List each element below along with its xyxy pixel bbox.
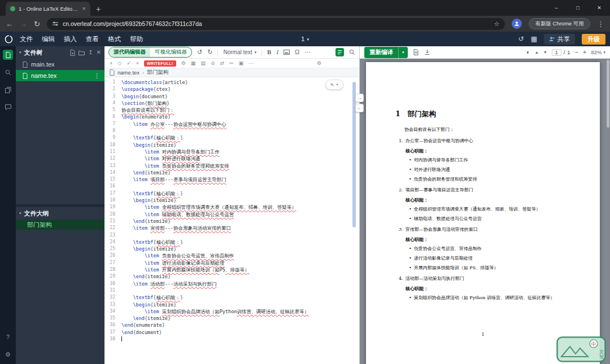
code-line[interactable]: 26 \item 负责协会公众号运营、宣传品制作	[104, 252, 359, 259]
file-item-main-tex[interactable]: main.tex	[16, 59, 104, 70]
rail-help-icon[interactable]: ?	[3, 332, 13, 342]
code-line[interactable]: 11 \item 对内协调与督导各部门工作	[104, 148, 359, 155]
window-minimize-button[interactable]: –	[546, 0, 567, 16]
code-line[interactable]: 2\usepackage{ctex}	[104, 86, 359, 93]
code-editor[interactable]: 1\documentclass{article}2\usepackage{cte…	[104, 77, 359, 364]
address-bar[interactable]: cn.overleaf.com/project/6932b57674632c7f…	[47, 18, 506, 30]
code-line[interactable]: 25 \begin{itemize}	[104, 245, 359, 252]
tab-close-icon[interactable]: ✕	[82, 6, 86, 11]
writefull-tool-icon[interactable]: ✓	[127, 61, 131, 66]
overleaf-logo-icon[interactable]	[5, 35, 13, 43]
collapse-panel-icon[interactable]: ✕	[97, 50, 101, 55]
recompile-button[interactable]: 重新编译 ▾	[364, 47, 408, 58]
code-line[interactable]: 38	[104, 336, 359, 343]
undo-icon[interactable]: ↺	[197, 49, 202, 55]
chrome-update-chip[interactable]: 有新版 Chrome 可用	[529, 18, 590, 29]
code-line[interactable]: 28 \item 开展内部媒体技能培训（如PS、排版等）	[104, 266, 359, 273]
italic-icon[interactable]: I	[276, 49, 278, 55]
writefull-tool-icon[interactable]: ⋯	[249, 61, 254, 66]
view-logs-icon[interactable]	[413, 49, 419, 55]
code-line[interactable]: 18 \begin{itemize}	[104, 197, 359, 204]
code-line[interactable]: 34 \item 策划组织协会品牌活动（如Python训练营、调研活动、征稿比赛…	[104, 308, 359, 315]
writefull-tool-icon[interactable]: ⊘	[211, 61, 215, 66]
upgrade-button[interactable]: 升级	[582, 34, 605, 45]
menu-edit[interactable]: 编辑	[42, 35, 55, 43]
new-file-icon[interactable]	[70, 50, 75, 56]
chevron-down-icon[interactable]: ▾	[19, 211, 21, 216]
project-title-dropdown[interactable]: 1 ▾	[301, 36, 309, 42]
recompile-options-icon[interactable]: ▾	[398, 47, 408, 58]
page-indicator[interactable]: 1 / 1	[552, 49, 570, 56]
browser-tab[interactable]: 1 - Online LaTeX Editor Overl ✕	[6, 2, 90, 16]
page-up-icon[interactable]: ▲	[535, 50, 539, 54]
writefull-badge[interactable]: WRITEFULL!	[144, 60, 176, 67]
pdf-viewport[interactable]: 1部门架构 协会目前设有以下部门： 1.办公室—协会运营中枢与协调中心核心职能：…	[360, 59, 610, 364]
writefull-tool-icon[interactable]: ⚙	[181, 61, 186, 66]
paragraph-style-dropdown[interactable]: Normal text ▾	[223, 49, 256, 55]
code-line[interactable]: 21 \end{itemize}	[104, 218, 359, 225]
code-line[interactable]: 36\end{enumerate}	[104, 322, 359, 328]
visual-editor-toggle[interactable]: 可视化编辑器	[150, 47, 191, 57]
writefull-tool-icon[interactable]: ▣	[239, 61, 244, 66]
code-line[interactable]: 3\begin{document}	[104, 93, 359, 100]
new-tab-button[interactable]: +	[96, 5, 101, 14]
file-menu-icon[interactable]: ⋮	[94, 72, 100, 80]
writefull-widget-icon[interactable]	[336, 48, 344, 56]
zoom-in-icon[interactable]: +	[583, 49, 586, 55]
code-line[interactable]: 37\end{document}	[104, 329, 359, 336]
search-icon[interactable]	[349, 49, 355, 55]
code-line[interactable]: 9 \textbf{核心职能：}	[104, 134, 359, 141]
zoom-level-dropdown[interactable]: 82% ▾	[591, 49, 605, 55]
code-line[interactable]: 17 \textbf{核心职能：}	[104, 190, 359, 197]
code-line[interactable]: 13 \item 负责协会的财务管理和统筹安排	[104, 163, 359, 169]
code-line[interactable]: 16	[104, 183, 359, 190]
code-line[interactable]: 10 \begin{itemize}	[104, 142, 359, 148]
code-line[interactable]: 15 \item 项目部---赛事与项目运营主导部门	[104, 176, 359, 183]
code-line[interactable]: 4\section{部门架构}	[104, 100, 359, 107]
redo-icon[interactable]: ↻	[207, 49, 212, 55]
window-close-button[interactable]: ✕	[589, 0, 610, 16]
code-line[interactable]: 14 \end{itemize}	[104, 169, 359, 176]
site-info-icon[interactable]	[53, 21, 58, 27]
writefull-tool-icon[interactable]: ✂	[229, 61, 234, 66]
code-line[interactable]: 20 \item 辅助电话、数据处理与公众号运营	[104, 211, 359, 218]
code-line[interactable]: 6\begin{enumerate}	[104, 113, 359, 120]
code-line[interactable]: 12 \item 对外进行联络沟通	[104, 155, 359, 162]
expand-right-icon[interactable]: →	[355, 94, 364, 102]
code-line[interactable]: 30 \item 活动部---活动策划与执行部门	[104, 280, 359, 287]
rail-editor-icon[interactable]	[3, 50, 13, 60]
code-line[interactable]: 24 \textbf{核心职能：}	[104, 239, 359, 245]
rail-review-icon[interactable]	[3, 85, 13, 95]
code-line[interactable]: 35 \end{itemize}	[104, 315, 359, 322]
code-line[interactable]: 19 \item 全程组织管理市场调查大赛（通知发布、招募、培训、答疑等）	[104, 204, 359, 210]
symbol-palette-icon[interactable]: Ω	[295, 49, 299, 55]
code-line[interactable]: 27 \item 进行活动影像记录与后期处理	[104, 260, 359, 266]
menu-insert[interactable]: 插入	[64, 35, 77, 43]
rail-chat-icon[interactable]	[3, 102, 13, 112]
source-editor-toggle[interactable]: 源代码编辑器	[109, 47, 150, 57]
menu-format[interactable]: 格式	[108, 35, 121, 43]
menu-view[interactable]: 查看	[86, 35, 99, 43]
breadcrumb-file[interactable]: name.tex	[117, 69, 140, 76]
code-line[interactable]: 32 \textbf{核心职能：}	[104, 294, 359, 301]
writefull-tool-icon[interactable]: ▤	[201, 61, 206, 66]
writefull-tool-icon[interactable]: ×	[136, 61, 139, 66]
outline-item[interactable]: 部门架构	[16, 220, 104, 230]
page-down-icon[interactable]: ▼	[543, 50, 547, 54]
code-line[interactable]: 23	[104, 232, 359, 239]
menu-file[interactable]: 文件	[20, 35, 33, 43]
code-line[interactable]: 1\documentclass{article}	[104, 79, 359, 86]
writefull-tool-icon[interactable]: ▦	[191, 61, 196, 66]
rail-search-icon[interactable]	[3, 67, 13, 77]
code-line[interactable]: 33 \begin{itemize}	[104, 301, 359, 308]
file-item-name-tex[interactable]: name.tex ⋮	[16, 70, 104, 81]
contrast-icon[interactable]: ◐	[526, 49, 530, 55]
new-folder-icon[interactable]	[79, 50, 85, 55]
writefull-tool-icon[interactable]: ◇	[117, 61, 121, 66]
forward-icon[interactable]: →	[20, 20, 27, 28]
more-tools-icon[interactable]: ⋯	[304, 49, 311, 55]
insert-figure-icon[interactable]	[284, 50, 290, 55]
code-line[interactable]: 29 \end{itemize}	[104, 273, 359, 280]
bookmark-star-icon[interactable]: ☆	[494, 20, 500, 28]
chevron-down-icon[interactable]: ▾	[19, 50, 21, 55]
